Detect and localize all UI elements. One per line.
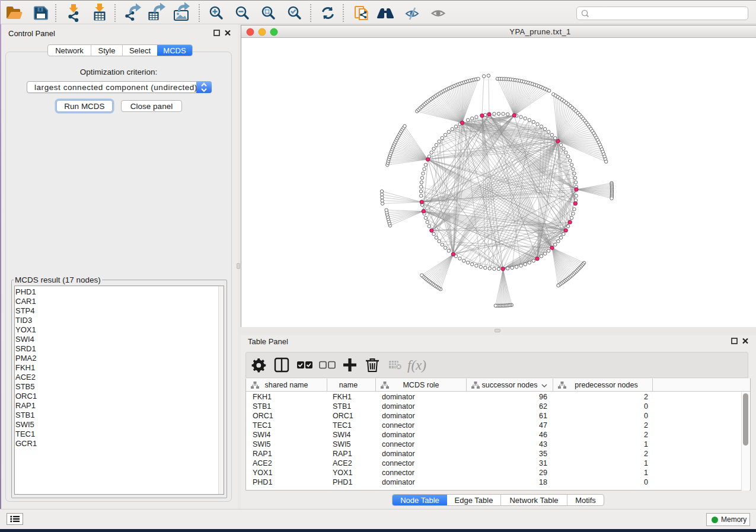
svg-text:f(x): f(x): [407, 358, 426, 373]
